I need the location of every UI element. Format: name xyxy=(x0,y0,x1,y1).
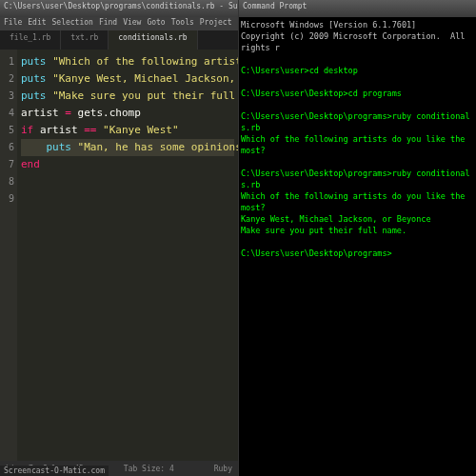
terminal-header: Microsoft Windows [Version 6.1.7601] xyxy=(241,19,474,30)
terminal-line: C:\Users\user\Desktop\programs> xyxy=(241,248,474,259)
status-tab-size[interactable]: Tab Size: 4 xyxy=(124,465,174,473)
code-line[interactable]: puts "Which of the following artists do … xyxy=(21,53,234,70)
menu-find[interactable]: Find xyxy=(99,18,117,30)
terminal-line xyxy=(241,53,474,65)
editor-titlebar[interactable]: C:\Users\user\Desktop\programs\condition… xyxy=(0,0,238,17)
line-gutter: 123456789 xyxy=(0,50,17,461)
line-number: 9 xyxy=(0,190,14,208)
line-number: 5 xyxy=(0,122,14,139)
status-language[interactable]: Ruby xyxy=(214,465,232,473)
terminal-line: Which of the following artists do you li… xyxy=(241,190,474,213)
terminal-line: C:\Users\user\Desktop\programs>ruby cond… xyxy=(241,168,474,190)
terminal-line: Kanye West, Michael Jackson, or Beyonce xyxy=(241,213,474,225)
line-number: 3 xyxy=(0,88,14,105)
editor-window: C:\Users\user\Desktop\programs\condition… xyxy=(0,0,238,476)
terminal-line xyxy=(241,76,474,88)
editor-tabbar: file_1.rbtxt.rbconditionals.rb xyxy=(0,30,238,50)
editor-area[interactable]: 123456789 puts "Which of the following a… xyxy=(0,50,238,461)
line-number: 7 xyxy=(0,156,14,173)
terminal-window: Command Prompt Microsoft Windows [Versio… xyxy=(238,0,476,476)
code-area[interactable]: puts "Which of the following artists do … xyxy=(17,50,238,461)
menu-tools[interactable]: Tools xyxy=(171,18,194,30)
line-number: 2 xyxy=(0,70,14,88)
tab-file_1-rb[interactable]: file_1.rb xyxy=(0,30,61,50)
terminal-line: C:\Users\user\Desktop\programs>ruby cond… xyxy=(241,110,474,133)
code-line[interactable]: end xyxy=(21,156,234,173)
terminal-body[interactable]: Microsoft Windows [Version 6.1.7601]Copy… xyxy=(239,17,476,261)
terminal-line xyxy=(241,99,474,110)
line-number: 4 xyxy=(0,105,14,122)
terminal-header: Copyright (c) 2009 Microsoft Corporation… xyxy=(241,30,474,53)
watermark: Screencast-O-Matic.com xyxy=(0,466,109,476)
line-number: 6 xyxy=(0,139,14,156)
menu-view[interactable]: View xyxy=(123,18,141,30)
menu-project[interactable]: Project xyxy=(200,18,232,30)
menu-edit[interactable]: Edit xyxy=(28,18,46,30)
tab-txt-rb[interactable]: txt.rb xyxy=(61,30,109,50)
line-number: 8 xyxy=(0,173,14,190)
terminal-line xyxy=(241,236,474,248)
menu-goto[interactable]: Goto xyxy=(147,18,165,30)
terminal-titlebar[interactable]: Command Prompt xyxy=(239,0,476,17)
line-number: 1 xyxy=(0,53,14,70)
code-line[interactable]: if artist == "Kanye West" xyxy=(21,122,234,139)
tab-conditionals-rb[interactable]: conditionals.rb xyxy=(109,30,197,50)
menu-file[interactable]: File xyxy=(4,18,22,30)
terminal-line: C:\Users\user>cd desktop xyxy=(241,65,474,76)
terminal-line: C:\Users\user\Desktop>cd programs xyxy=(241,88,474,99)
terminal-line: Make sure you put their full name. xyxy=(241,225,474,236)
code-line[interactable]: puts "Make sure you put their full name.… xyxy=(21,88,234,105)
terminal-line xyxy=(241,156,474,168)
code-line[interactable]: puts "Man, he has some opinions" xyxy=(21,139,234,156)
menu-selection[interactable]: Selection xyxy=(52,18,93,30)
code-line[interactable]: artist = gets.chomp xyxy=(21,105,234,122)
code-line[interactable]: puts "Kanye West, Michael Jackson, or Be… xyxy=(21,70,234,88)
terminal-line: Which of the following artists do you li… xyxy=(241,133,474,156)
editor-menubar: FileEditSelectionFindViewGotoToolsProjec… xyxy=(0,17,238,30)
